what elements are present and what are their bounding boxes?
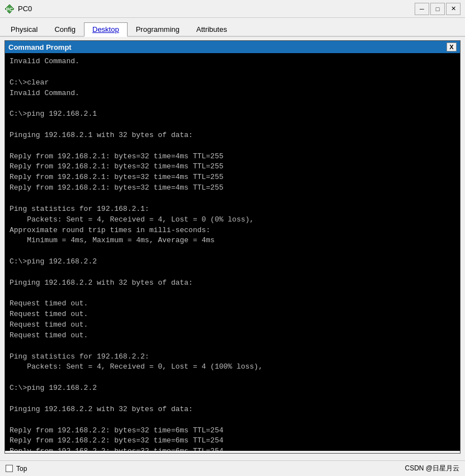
cmd-close-button[interactable]: X [447, 43, 457, 51]
status-bar: Top CSDN @日星月云 [0, 460, 465, 476]
svg-text:PC: PC [6, 7, 13, 12]
top-label: Top [16, 465, 27, 473]
app-icon: PC [4, 4, 15, 14]
minimize-button[interactable]: ─ [415, 3, 429, 15]
cmd-titlebar: Command Prompt X [5, 41, 460, 53]
tab-programming[interactable]: Programming [128, 22, 188, 36]
cmd-title: Command Prompt [8, 43, 72, 51]
status-right-text: CSDN @日星月云 [405, 464, 459, 473]
title-bar-left: PC PC0 [4, 4, 32, 14]
command-prompt-window: Command Prompt X Invalid Command. C:\>cl… [4, 40, 461, 454]
window-controls: ─ □ ✕ [415, 3, 461, 15]
window-title: PC0 [18, 4, 32, 13]
tab-physical[interactable]: Physical [2, 22, 46, 36]
tab-config[interactable]: Config [46, 22, 84, 36]
cmd-output[interactable]: Invalid Command. C:\>clear Invalid Comma… [5, 53, 460, 451]
tab-desktop[interactable]: Desktop [84, 22, 128, 37]
close-button[interactable]: ✕ [446, 3, 461, 15]
title-bar: PC PC0 ─ □ ✕ [0, 0, 465, 18]
tab-bar: Physical Config Desktop Programming Attr… [0, 18, 465, 37]
status-left: Top [6, 465, 27, 473]
tab-attributes[interactable]: Attributes [188, 22, 236, 36]
top-checkbox[interactable] [6, 465, 13, 472]
maximize-button[interactable]: □ [430, 3, 445, 15]
